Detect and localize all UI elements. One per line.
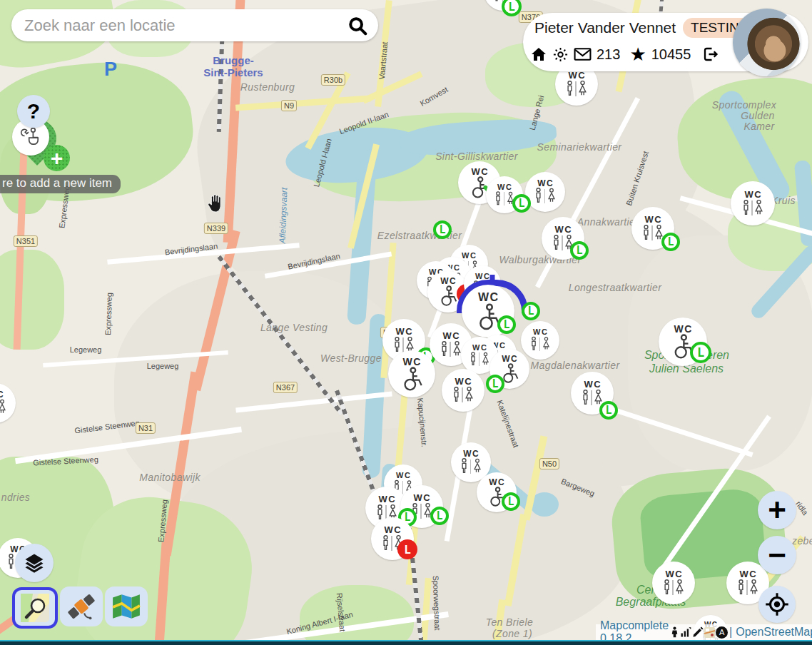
layers-button[interactable] <box>15 544 54 582</box>
bottom-panel-edge <box>0 640 812 645</box>
wc-toilet-marker[interactable]: WC <box>525 172 565 212</box>
road-ref-badge: N31 <box>136 422 156 434</box>
opening-hours-open-badge[interactable]: L <box>433 220 452 239</box>
attribution-bar: Mapcomplete 0.18.2 A | OpenStreetMap <box>596 624 812 640</box>
plus-glyph: + <box>51 148 64 169</box>
wc-toilet-marker[interactable]: WC <box>731 181 775 225</box>
messages-icon[interactable] <box>574 47 592 61</box>
geolocate-icon <box>764 591 790 617</box>
carto-map-icon <box>21 594 49 622</box>
opening-hours-open-badge[interactable]: L <box>502 492 520 511</box>
map-shape <box>300 585 414 645</box>
opening-hours-open-badge[interactable]: L <box>522 302 540 320</box>
basemap-satellite-button[interactable] <box>60 586 103 626</box>
road-ref-badge: N367 <box>273 382 298 393</box>
home-icon[interactable] <box>530 46 547 63</box>
zoom-in-button[interactable]: + <box>758 491 796 529</box>
opening-hours-open-badge[interactable]: L <box>486 375 504 393</box>
changesets-count: 10455 <box>651 46 691 63</box>
edit-pencil-icon <box>692 626 704 638</box>
logout-icon[interactable] <box>701 46 719 63</box>
basemap-carto-button[interactable] <box>12 587 58 629</box>
search-bar[interactable] <box>11 9 378 41</box>
opening-hours-open-badge[interactable]: L <box>690 342 711 363</box>
map-label: ridla <box>794 499 810 517</box>
opening-hours-open-badge[interactable]: L <box>497 315 516 334</box>
layers-icon <box>24 552 45 574</box>
folded-map-icon <box>111 591 141 621</box>
zoom-in-glyph: + <box>768 494 786 526</box>
search-icon[interactable] <box>347 15 368 36</box>
osm-link[interactable]: OpenStreetMap <box>736 626 812 639</box>
help-label: ? <box>27 99 40 123</box>
basemap-map-button[interactable] <box>105 586 148 626</box>
map-shape <box>0 250 64 350</box>
road-ref-badge: N9 <box>281 100 297 111</box>
messages-count: 213 <box>597 46 620 63</box>
attr-separator: | <box>729 626 732 639</box>
satellite-icon <box>66 591 96 621</box>
statistics-icon <box>680 626 691 638</box>
add-plus-button[interactable]: + <box>44 145 70 171</box>
opening-hours-open-badge[interactable]: L <box>599 401 618 420</box>
map-canvas[interactable]: Brugge-Sint-PietersRustenburgPSint-Gilli… <box>0 0 812 645</box>
opening-hours-open-badge[interactable]: L <box>570 241 589 260</box>
road-ref-badge: N351 <box>14 235 38 247</box>
map-label: Expressweg <box>103 293 113 335</box>
road-ref-badge: N339 <box>204 223 228 234</box>
wc-toilet-marker[interactable]: WC <box>0 383 16 423</box>
geolocate-button[interactable] <box>758 586 796 623</box>
opening-hours-open-badge[interactable]: L <box>661 233 680 251</box>
wc-toilet-marker[interactable]: WC <box>521 321 559 360</box>
opening-hours-open-badge[interactable]: L <box>512 194 531 213</box>
mini-map-icon <box>704 627 715 638</box>
zoom-out-glyph: − <box>768 541 786 569</box>
opening-hours-open-badge[interactable]: L <box>430 507 449 525</box>
wc-toilet-marker[interactable]: WC <box>652 562 695 604</box>
hand-cursor-icon <box>205 191 228 215</box>
opening-hours-closed-badge[interactable]: L <box>397 539 417 559</box>
map-label: Legeweg <box>70 345 102 354</box>
wc-toilet-marker[interactable]: WC <box>442 369 484 412</box>
search-input[interactable] <box>23 16 347 36</box>
road-ref-badge: N50 <box>539 458 559 469</box>
road-ref-badge: R30b <box>321 74 345 86</box>
add-item-tooltip: re to add a new item <box>0 175 121 193</box>
user-avatar[interactable] <box>733 9 801 76</box>
user-name: Pieter Vander Vennet <box>534 19 676 36</box>
zoom-out-button[interactable]: − <box>758 536 796 574</box>
wc-wheelchair-marker[interactable]: WC <box>388 350 435 397</box>
help-button[interactable]: ? <box>17 95 50 128</box>
gear-icon[interactable] <box>552 46 569 63</box>
star-icon: ★ <box>629 47 646 61</box>
osm-user-icon: A <box>716 626 728 639</box>
contributor-icon <box>670 626 679 638</box>
